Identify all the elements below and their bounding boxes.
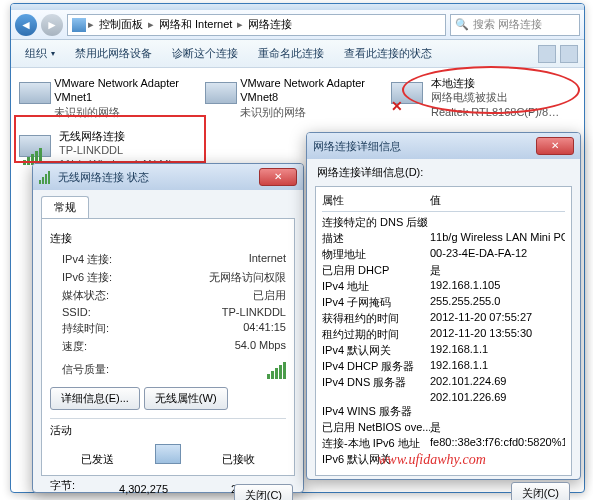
chevron-right-icon: ▸ [237, 18, 243, 31]
details-key: IPv4 DNS 服务器 [322, 375, 430, 390]
tb-status[interactable]: 查看此连接的状态 [336, 43, 440, 64]
watermark: www.ufidawhy.com [378, 452, 486, 468]
wifi-icon [39, 170, 53, 184]
details-value: 2012-11-20 13:55:30 [430, 327, 565, 342]
adapter-name: VMware Network Adapter VMnet1 [54, 76, 189, 105]
adapter-status: 未识别的网络 [54, 105, 189, 119]
status-value: Internet [209, 252, 286, 267]
details-value: 11b/g Wireless LAN Mini PCI Ex [430, 231, 565, 246]
details-title: 网络连接详细信息 [313, 139, 401, 154]
status-value: 无网络访问权限 [209, 270, 286, 285]
adapter-status: 未识别的网络 [240, 105, 375, 119]
adapter-item[interactable]: ✕本地连接网络电缆被拔出Realtek RTL8168C(P)/8111C... [391, 76, 561, 119]
tab-general[interactable]: 常规 [41, 196, 89, 218]
forward-button[interactable]: ► [41, 14, 63, 36]
details-value: 是 [430, 420, 565, 435]
tabs: 常规 [33, 190, 303, 218]
details-row: 物理地址00-23-4E-DA-FA-12 [322, 247, 565, 262]
details-row: 已启用 DHCP是 [322, 263, 565, 278]
adapter-item[interactable]: VMware Network Adapter VMnet8未识别的网络 [205, 76, 375, 119]
details-value: 202.101.224.69 [430, 375, 565, 390]
tb-organize[interactable]: 组织 [17, 43, 63, 64]
status-title: 无线网络连接 状态 [58, 170, 149, 185]
tab-body: 连接 IPv4 连接:InternetIPv6 连接:无网络访问权限媒体状态:已… [41, 218, 295, 476]
details-key: 物理地址 [322, 247, 430, 262]
details-value: 255.255.255.0 [430, 295, 565, 310]
details-row: IPv4 子网掩码255.255.255.0 [322, 295, 565, 310]
status-value: TP-LINKDDL [209, 306, 286, 318]
col-property: 属性 [322, 193, 430, 208]
details-body: 属性 值 连接特定的 DNS 后缀描述11b/g Wireless LAN Mi… [315, 186, 572, 476]
details-key: 连接特定的 DNS 后缀 [322, 215, 430, 230]
adapter-status: 网络电缆被拔出 [431, 90, 561, 104]
details-row: 租约过期的时间2012-11-20 13:55:30 [322, 327, 565, 342]
close-icon[interactable]: ✕ [536, 137, 574, 155]
bc-network-connections[interactable]: 网络连接 [245, 17, 295, 32]
help-icon[interactable] [560, 45, 578, 63]
status-key: IPv4 连接: [62, 252, 209, 267]
search-placeholder: 搜索 网络连接 [473, 17, 542, 32]
status-value: 04:41:15 [209, 321, 286, 336]
bytes-sent: 4,302,275 [50, 483, 168, 495]
tb-disable[interactable]: 禁用此网络设备 [67, 43, 160, 64]
tb-diagnose[interactable]: 诊断这个连接 [164, 43, 246, 64]
details-row: IPv4 DNS 服务器202.101.224.69 [322, 375, 565, 390]
details-button[interactable]: 详细信息(E)... [50, 387, 140, 410]
bc-network-internet[interactable]: 网络和 Internet [156, 17, 235, 32]
details-key: 租约过期的时间 [322, 327, 430, 342]
close-icon[interactable]: ✕ [259, 168, 297, 186]
adapter-icon: ✕ [391, 76, 425, 112]
details-value [430, 404, 565, 419]
details-value: fe80::38e3:f76:cfd0:5820%13 [430, 436, 565, 451]
bc-control-panel[interactable]: 控制面板 [96, 17, 146, 32]
details-key: IPv4 WINS 服务器 [322, 404, 430, 419]
back-button[interactable]: ◄ [15, 14, 37, 36]
details-key: IPv4 子网掩码 [322, 295, 430, 310]
adapter-name: 无线网络连接 [59, 129, 189, 143]
details-value [430, 215, 565, 230]
status-key: 媒体状态: [62, 288, 209, 303]
wireless-props-button[interactable]: 无线属性(W) [144, 387, 228, 410]
details-row: IPv4 DHCP 服务器192.168.1.1 [322, 359, 565, 374]
close-button[interactable]: 关闭(C) [511, 482, 570, 500]
view-icon[interactable] [538, 45, 556, 63]
details-row: 已启用 NetBIOS ove...是 [322, 420, 565, 435]
adapter-status: TP-LINKDDL [59, 143, 189, 157]
adapter-item[interactable]: VMware Network Adapter VMnet1未识别的网络 [19, 76, 189, 119]
details-row: 202.101.226.69 [322, 391, 565, 403]
status-key: SSID: [62, 306, 209, 318]
adapter-icon [205, 76, 234, 112]
status-dialog: 无线网络连接 状态 ✕ 常规 连接 IPv4 连接:InternetIPv6 连… [32, 163, 304, 493]
details-key: IPv4 地址 [322, 279, 430, 294]
nav-row: ◄ ► ▸ 控制面板 ▸ 网络和 Internet ▸ 网络连接 🔍 搜索 网络… [11, 10, 584, 40]
details-dialog: 网络连接详细信息 ✕ 网络连接详细信息(D): 属性 值 连接特定的 DNS 后… [306, 132, 581, 480]
activity-icon [145, 444, 191, 474]
details-key: 连接-本地 IPv6 地址 [322, 436, 430, 451]
details-heading: 网络连接详细信息(D): [307, 159, 580, 180]
computer-icon [72, 18, 86, 32]
breadcrumb[interactable]: ▸ 控制面板 ▸ 网络和 Internet ▸ 网络连接 [67, 14, 446, 36]
details-value: 是 [430, 263, 565, 278]
details-row: 连接特定的 DNS 后缀 [322, 215, 565, 230]
details-value: 2012-11-20 07:55:27 [430, 311, 565, 326]
adapter-name: 本地连接 [431, 76, 561, 90]
details-row: IPv4 WINS 服务器 [322, 404, 565, 419]
sent-label: 已发送 [50, 452, 145, 467]
details-row: 获得租约的时间2012-11-20 07:55:27 [322, 311, 565, 326]
close-button[interactable]: 关闭(C) [234, 484, 293, 500]
details-key: IPv4 DHCP 服务器 [322, 359, 430, 374]
details-value: 192.168.1.1 [430, 343, 565, 358]
status-titlebar: 无线网络连接 状态 ✕ [33, 164, 303, 190]
status-value: 已启用 [209, 288, 286, 303]
chevron-right-icon: ▸ [148, 18, 154, 31]
section-activity: 活动 [50, 423, 286, 438]
search-input[interactable]: 🔍 搜索 网络连接 [450, 14, 580, 36]
details-key [322, 391, 430, 403]
adapter-name: VMware Network Adapter VMnet8 [240, 76, 375, 105]
details-value: 192.168.1.1 [430, 359, 565, 374]
details-key: 已启用 NetBIOS ove... [322, 420, 430, 435]
tb-rename[interactable]: 重命名此连接 [250, 43, 332, 64]
status-value: 54.0 Mbps [209, 339, 286, 354]
details-value: 00-23-4E-DA-FA-12 [430, 247, 565, 262]
chevron-right-icon: ▸ [88, 18, 94, 31]
